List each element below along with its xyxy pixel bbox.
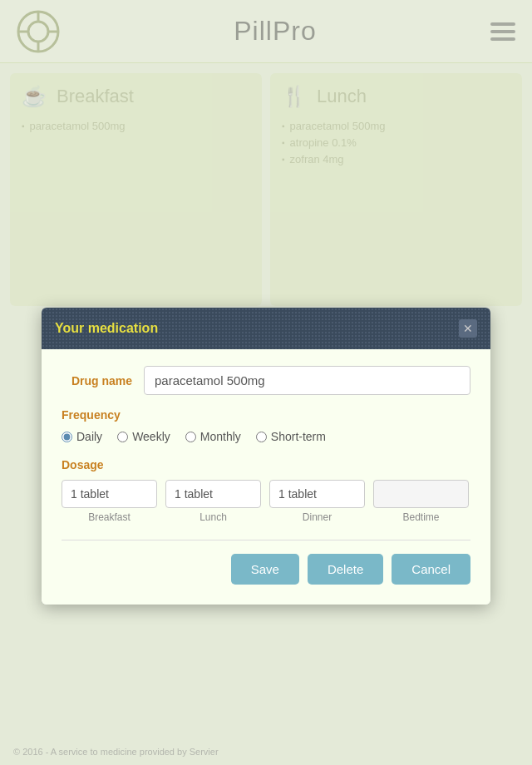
frequency-weekly-label: Weekly bbox=[132, 430, 170, 443]
dosage-breakfast-input[interactable] bbox=[62, 480, 157, 508]
modal-title: Your medication bbox=[55, 321, 158, 336]
dosage-bedtime-input[interactable] bbox=[373, 480, 469, 508]
frequency-weekly-radio[interactable] bbox=[117, 432, 128, 442]
frequency-monthly-radio[interactable] bbox=[185, 432, 196, 442]
dosage-inputs: Breakfast Lunch Dinner Bedtime bbox=[62, 480, 470, 523]
modal-footer: Save Delete Cancel bbox=[62, 554, 470, 588]
modal-body: Drug name Frequency Daily Weekly Monthly… bbox=[42, 349, 490, 605]
frequency-daily-radio[interactable] bbox=[62, 432, 72, 442]
medication-modal: Your medication ✕ Drug name Frequency Da… bbox=[42, 308, 490, 605]
dosage-dinner-input[interactable] bbox=[269, 480, 365, 508]
frequency-daily-label: Daily bbox=[76, 430, 102, 443]
dosage-label: Dosage bbox=[62, 458, 470, 471]
dosage-breakfast-label: Breakfast bbox=[88, 511, 131, 523]
dosage-dinner-label: Dinner bbox=[303, 511, 332, 523]
dosage-lunch-field: Lunch bbox=[165, 480, 261, 523]
dosage-dinner-field: Dinner bbox=[269, 480, 365, 523]
frequency-short-term[interactable]: Short-term bbox=[256, 430, 326, 443]
cancel-button[interactable]: Cancel bbox=[392, 554, 470, 585]
modal-close-button[interactable]: ✕ bbox=[459, 319, 477, 338]
modal-header: Your medication ✕ bbox=[42, 308, 490, 349]
modal-divider bbox=[62, 540, 470, 540]
frequency-short-term-radio[interactable] bbox=[256, 432, 267, 442]
dosage-lunch-label: Lunch bbox=[200, 511, 227, 523]
dosage-lunch-input[interactable] bbox=[165, 480, 261, 508]
frequency-label: Frequency bbox=[62, 408, 470, 422]
frequency-options: Daily Weekly Monthly Short-term bbox=[62, 430, 470, 443]
frequency-weekly[interactable]: Weekly bbox=[117, 430, 170, 443]
frequency-daily[interactable]: Daily bbox=[62, 430, 102, 443]
drug-name-label: Drug name bbox=[62, 374, 132, 387]
frequency-short-term-label: Short-term bbox=[271, 430, 326, 443]
frequency-monthly-label: Monthly bbox=[200, 430, 241, 443]
frequency-monthly[interactable]: Monthly bbox=[185, 430, 241, 443]
dosage-bedtime-label: Bedtime bbox=[402, 511, 439, 523]
dosage-bedtime-field: Bedtime bbox=[373, 480, 469, 523]
delete-button[interactable]: Delete bbox=[308, 554, 383, 585]
drug-name-input[interactable] bbox=[144, 366, 470, 395]
save-button[interactable]: Save bbox=[231, 554, 299, 585]
dosage-breakfast-field: Breakfast bbox=[62, 480, 157, 523]
drug-name-row: Drug name bbox=[62, 366, 470, 395]
